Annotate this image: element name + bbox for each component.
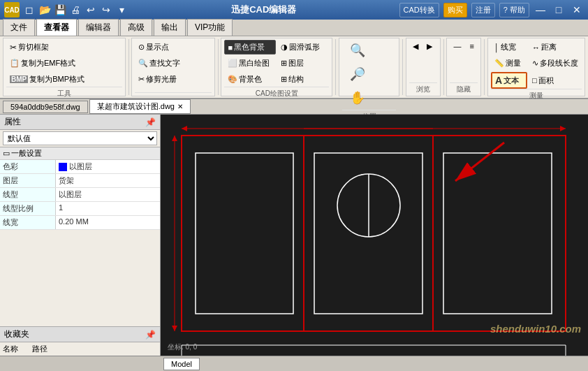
title-bar-left: CAD ◻ 📂 💾 🖨 ↩ ↪ ▾ <box>4 2 128 17</box>
position-content: 🔍 🔎 ✋ <box>342 40 396 110</box>
btn-zoom-out[interactable]: 🔎 <box>342 64 373 86</box>
left-panel: 属性 📌 默认值 ▭ 一般设置 色彩 以图层 <box>0 115 161 356</box>
model-tab[interactable]: Model <box>163 358 200 370</box>
btn-cut-frame[interactable]: ✂ 剪切框架 <box>6 40 52 54</box>
qa-save[interactable]: 💾 <box>53 3 67 17</box>
ribbon-tab-bar: 文件 查看器 编辑器 高级 输出 VIP功能 <box>0 20 588 36</box>
tab-editor[interactable]: 编辑器 <box>78 19 119 36</box>
layer-icon: ⊞ <box>281 59 287 68</box>
btn-bw-draw[interactable]: ⬜ 黑白绘图 <box>224 56 276 71</box>
app-icon: CAD <box>4 2 20 17</box>
qa-undo[interactable]: ↩ <box>84 3 98 17</box>
ribbon-content: ✂ 剪切框架 📋 复制为EMF格式 BMP 复制为BMP格式 工具 ⊙ 显示点 … <box>0 36 588 99</box>
ribbon-group-cad-draw: ■ 黑色背景 ◑ 圆滑弧形 ⬜ 黑白绘图 ⊞ 图层 🎨 背景色 ⊞ 结构 <box>221 38 332 96</box>
btn-trim[interactable]: ✂ 修剪光册 <box>135 72 180 87</box>
prop-linescale-name: 线型比例 <box>0 202 56 215</box>
btn-layer[interactable]: ⊞ 图层 <box>277 56 329 71</box>
btn-pan[interactable]: ✋ <box>342 87 373 110</box>
ribbon-group-tools: ✂ 剪切框架 📋 复制为EMF格式 BMP 复制为BMP格式 工具 <box>3 38 126 96</box>
drawing-area[interactable]: shenduwin10.com 坐标: 0, 0 <box>161 115 588 356</box>
prop-color-value: 以图层 <box>56 160 160 173</box>
quick-access-toolbar: ◻ 📂 💾 🖨 ↩ ↪ ▾ <box>22 3 128 17</box>
btn-measure[interactable]: 📏 测量 <box>491 56 527 71</box>
btn-next[interactable]: ▶ <box>423 40 436 53</box>
ribbon-group-position: 🔍 🔎 ✋ 位置 <box>339 38 399 96</box>
btn-copy-bmp[interactable]: BMP 复制为BMP格式 <box>6 72 88 87</box>
qa-redo[interactable]: ↪ <box>99 3 113 17</box>
buy-btn[interactable]: 购买 <box>443 3 467 17</box>
tab-advanced[interactable]: 高级 <box>120 19 152 36</box>
drawing-tab-1[interactable]: 594a0ddb9e58f.dwg <box>3 101 88 113</box>
properties-title: 属性 <box>4 116 21 128</box>
main-area: 属性 📌 默认值 ▭ 一般设置 色彩 以图层 <box>0 115 588 356</box>
btn-copy-emf[interactable]: 📋 复制为EMF格式 <box>6 56 79 71</box>
properties-header: 属性 📌 <box>0 115 160 130</box>
copy-emf-icon: 📋 <box>10 59 20 68</box>
collapse-icon: ▭ <box>3 149 10 158</box>
find-text-icon: 🔍 <box>138 59 148 68</box>
prop-linetype-value: 以图层 <box>56 188 160 201</box>
tab-viewer[interactable]: 查看器 <box>36 19 77 36</box>
btn-distance[interactable]: ↔ 距离 <box>529 40 582 54</box>
ribbon-group-hide: — ≡ 隐藏 <box>446 38 481 96</box>
cad-drawing-svg <box>161 115 588 356</box>
btn-linewidth[interactable]: │ 线宽 <box>491 40 527 54</box>
default-value-select[interactable]: 默认值 <box>3 131 157 145</box>
prop-layer-name: 图层 <box>0 174 56 187</box>
drawing-tab-2[interactable]: 某超市建筑设计图.dwg ✕ <box>89 99 191 114</box>
btn-hide1[interactable]: — <box>450 40 464 52</box>
btn-area[interactable]: □ 面积 <box>529 72 582 89</box>
maximize-btn[interactable]: □ <box>552 3 566 17</box>
red-arrow-annotation <box>434 136 518 194</box>
help-btn[interactable]: ? 帮助 <box>499 3 529 17</box>
btn-zoom-in[interactable]: 🔍 <box>342 40 373 62</box>
qa-print[interactable]: 🖨 <box>68 3 82 17</box>
favorites-pin-icon[interactable]: 📌 <box>145 330 156 340</box>
svg-line-22 <box>455 143 504 181</box>
btn-text[interactable]: A 文本 <box>491 72 527 89</box>
cad-convert-btn[interactable]: CAD转换 <box>399 3 439 17</box>
browse-content: ◀ ▶ <box>409 40 437 82</box>
btn-prev[interactable]: ◀ <box>409 40 422 53</box>
trim-icon: ✂ <box>138 75 145 84</box>
panel-pin-icon[interactable]: 📌 <box>145 117 156 127</box>
tab-vip[interactable]: VIP功能 <box>187 19 233 36</box>
tab-file[interactable]: 文件 <box>3 19 35 36</box>
measure-label: 测量 <box>491 89 582 101</box>
qa-new[interactable]: ◻ <box>22 3 36 17</box>
hide-label: 隐藏 <box>450 82 478 94</box>
btn-bg-color[interactable]: 🎨 背景色 <box>224 72 276 87</box>
btn-polyline-len[interactable]: ∿ 多段线长度 <box>529 56 582 71</box>
tab-close-icon[interactable]: ✕ <box>177 103 183 110</box>
tools-label: 工具 <box>6 87 122 99</box>
btn-hide2[interactable]: ≡ <box>466 40 477 52</box>
color-swatch <box>59 163 67 171</box>
drawing-tab-bar: 594a0ddb9e58f.dwg 某超市建筑设计图.dwg ✕ <box>0 99 588 115</box>
tab-output[interactable]: 输出 <box>154 19 186 36</box>
zoom-in-icon: 🔍 <box>350 43 365 58</box>
btn-show-point[interactable]: ⊙ 显示点 <box>135 40 172 54</box>
btn-find-text[interactable]: 🔍 查找文字 <box>135 56 184 71</box>
register-btn[interactable]: 注册 <box>471 3 495 17</box>
prop-linescale-value: 1 <box>56 202 160 215</box>
arrow-svg <box>434 136 518 191</box>
general-section[interactable]: ▭ 一般设置 <box>0 147 160 160</box>
sep5 <box>443 39 444 95</box>
close-btn[interactable]: ✕ <box>570 3 584 17</box>
prop-row-linetype: 线型 以图层 <box>0 188 160 202</box>
qa-open[interactable]: 📂 <box>38 3 52 17</box>
measure-content: │ 线宽 ↔ 距离 📏 测量 ∿ 多段线长度 A 文本 □ 面积 <box>491 40 582 89</box>
title-bar-right: CAD转换 购买 注册 ? 帮助 — □ ✕ <box>399 3 584 17</box>
btn-smooth-arc[interactable]: ◑ 圆滑弧形 <box>277 40 329 54</box>
btn-black-bg[interactable]: ■ 黑色背景 <box>224 40 276 54</box>
minimize-btn[interactable]: — <box>534 3 547 17</box>
show-point-icon: ⊙ <box>138 43 145 52</box>
view-content: ⊙ 显示点 🔍 查找文字 ✂ 修剪光册 <box>135 40 212 92</box>
qa-more[interactable]: ▾ <box>115 3 128 17</box>
prop-linewidth-value: 0.20 MM <box>56 216 160 229</box>
text-btn-icon: A <box>495 75 502 86</box>
btn-structure[interactable]: ⊞ 结构 <box>277 72 329 87</box>
pan-icon: ✋ <box>350 90 365 106</box>
coordinate-display: 坐标: 0, 0 <box>168 342 197 352</box>
prop-color-name: 色彩 <box>0 160 56 173</box>
